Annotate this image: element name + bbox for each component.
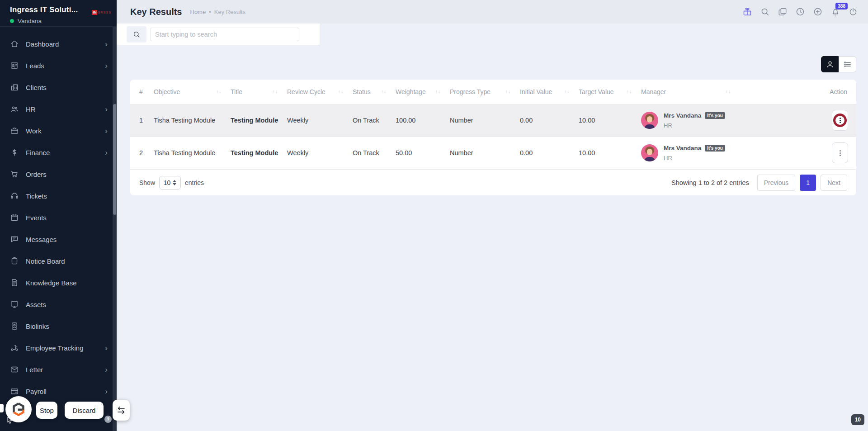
help-badge[interactable]: ? xyxy=(104,416,112,423)
gift-button[interactable] xyxy=(742,7,752,17)
sidebar-item-label: Notice Board xyxy=(26,257,65,265)
breadcrumb: Home • Key Results xyxy=(190,9,246,15)
discard-button[interactable]: Discard xyxy=(65,402,104,419)
dollar-icon xyxy=(10,148,19,157)
col-extra xyxy=(721,80,811,104)
sidebar-item-messages[interactable]: Messages xyxy=(0,228,117,250)
cell-manager: Mrs Vandana It's you HR xyxy=(637,137,811,169)
next-page-button[interactable]: Next xyxy=(821,175,847,191)
breadcrumb-separator: • xyxy=(209,9,211,15)
table-row: 1 Tisha Testing Module Testing Module We… xyxy=(130,104,856,137)
brand-logo-primary: IN xyxy=(92,10,97,15)
search-icon xyxy=(132,30,141,38)
page-size-value: 10 xyxy=(164,179,171,186)
sort-icon[interactable] xyxy=(435,89,441,94)
envelope-icon xyxy=(10,365,19,374)
app-screen: Ingress IT Soluti... Vandana IN GRESS Da… xyxy=(0,0,868,431)
mouse-cursor-icon xyxy=(5,415,14,425)
sidebar-header: Ingress IT Soluti... Vandana IN GRESS xyxy=(0,0,117,27)
breadcrumb-home[interactable]: Home xyxy=(190,9,206,15)
cell-num: 1 xyxy=(130,104,149,137)
sidebar-item-label: Dashboard xyxy=(26,40,59,48)
cell-objective: Tisha Testing Module xyxy=(149,137,226,169)
sidebar-item-label: Payroll xyxy=(26,388,47,395)
sidebar-item-work[interactable]: Work› xyxy=(0,120,117,142)
edge-handle[interactable] xyxy=(0,404,4,412)
page-size-select[interactable]: 10 xyxy=(159,176,181,189)
col-manager: Manager xyxy=(637,80,721,104)
sidebar-item-orders[interactable]: Orders xyxy=(0,163,117,185)
cell-title: Testing Module xyxy=(226,104,283,137)
sort-icon[interactable] xyxy=(505,89,511,94)
list-icon xyxy=(843,60,852,69)
history-button[interactable] xyxy=(795,7,805,17)
sort-icon[interactable] xyxy=(627,89,632,94)
plus-circle-icon xyxy=(813,7,823,17)
sidebar-item-label: Knowledge Base xyxy=(26,279,77,287)
sidebar-item-knowledge-base[interactable]: Knowledge Base xyxy=(0,272,117,294)
page-count-badge: 10 xyxy=(851,414,864,425)
badge-icon xyxy=(10,322,19,331)
topbar-actions: 388 xyxy=(742,7,868,17)
cell-weightage: 50.00 xyxy=(391,137,445,169)
stop-button[interactable]: Stop xyxy=(36,402,57,419)
cell-weightage: 100.00 xyxy=(391,104,445,137)
sidebar-item-leads[interactable]: Leads› xyxy=(0,55,117,76)
sidebar-item-letter[interactable]: Letter› xyxy=(0,359,117,380)
sidebar-item-dashboard[interactable]: Dashboard› xyxy=(0,33,117,55)
notifications-button[interactable]: 388 xyxy=(830,7,840,17)
sidebar-item-label: Tickets xyxy=(26,192,47,200)
sidebar-item-finance[interactable]: Finance› xyxy=(0,142,117,163)
cell-target-value: 10.00 xyxy=(574,137,637,169)
current-page-button[interactable]: 1 xyxy=(800,175,816,191)
sidebar-item-tickets[interactable]: Tickets xyxy=(0,185,117,207)
logout-button[interactable] xyxy=(848,7,858,17)
search-input[interactable] xyxy=(150,28,299,41)
sort-icon[interactable] xyxy=(726,89,731,94)
sort-icon[interactable] xyxy=(216,89,222,94)
sort-icon[interactable] xyxy=(338,89,344,94)
sidebar-item-hr[interactable]: HR› xyxy=(0,98,117,120)
sidebar-item-clients[interactable]: Clients xyxy=(0,76,117,98)
sidebar-scrollbar-track[interactable] xyxy=(113,27,117,431)
sidebar-item-assets[interactable]: Assets xyxy=(0,294,117,315)
notes-button[interactable] xyxy=(778,7,788,17)
kebab-icon xyxy=(840,149,841,157)
cell-title: Testing Module xyxy=(226,137,283,169)
chevron-right-icon: › xyxy=(105,388,108,395)
table-header-row: # Objective Title Review Cycle Status We… xyxy=(130,80,856,104)
sidebar-item-events[interactable]: Events xyxy=(0,207,117,228)
row-actions-button[interactable] xyxy=(832,110,848,131)
sidebar-item-notice-board[interactable]: Notice Board xyxy=(0,250,117,272)
cell-initial-value: 0.00 xyxy=(515,104,574,137)
person-view-button[interactable] xyxy=(821,56,839,72)
key-results-table: # Objective Title Review Cycle Status We… xyxy=(130,80,856,169)
sidebar-item-label: Leads xyxy=(26,62,44,70)
cell-status: On Track xyxy=(348,137,391,169)
cell-review-cycle: Weekly xyxy=(283,137,348,169)
row-actions-button[interactable] xyxy=(832,142,848,163)
building-icon xyxy=(10,83,19,92)
sidebar-item-employee-tracking[interactable]: Employee Tracking› xyxy=(0,337,117,359)
id-card-icon xyxy=(10,61,19,70)
quick-add-button[interactable] xyxy=(813,7,823,17)
sidebar-scrollbar-thumb[interactable] xyxy=(113,104,116,215)
swap-button[interactable] xyxy=(113,400,130,421)
pagination-summary: Showing 1 to 2 of 2 entries xyxy=(671,179,749,186)
col-objective: Objective xyxy=(149,80,226,104)
sort-icon[interactable] xyxy=(564,89,570,94)
cell-progress-type: Number xyxy=(445,137,515,169)
brand-logo-secondary: GRESS xyxy=(97,10,111,14)
cell-target-value: 10.00 xyxy=(574,104,637,137)
list-view-button[interactable] xyxy=(839,56,856,72)
sidebar-item-biolinks[interactable]: Biolinks xyxy=(0,315,117,337)
search-icon xyxy=(760,7,770,17)
previous-page-button[interactable]: Previous xyxy=(757,175,795,191)
page-title: Key Results xyxy=(130,7,182,17)
click-highlight-ring xyxy=(833,114,847,127)
notes-icon xyxy=(778,7,788,17)
sort-icon[interactable] xyxy=(381,89,387,94)
search-button[interactable] xyxy=(760,7,770,17)
avatar xyxy=(641,112,658,129)
sort-icon[interactable] xyxy=(273,89,278,94)
